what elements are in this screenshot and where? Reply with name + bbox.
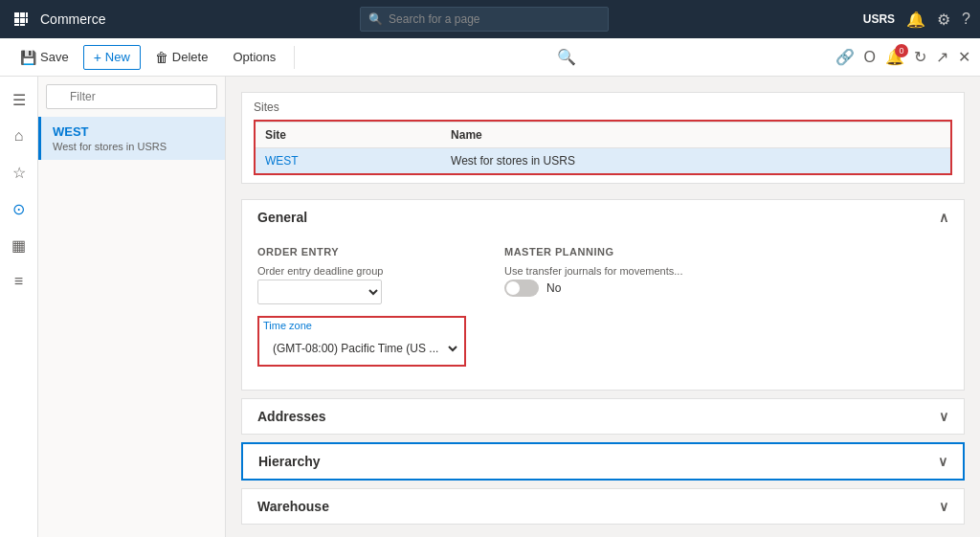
svg-rect-0	[14, 12, 19, 17]
sidebar-icons: ☰ ⌂ ☆ ⊙ ▦ ≡	[0, 77, 38, 537]
top-nav-bar: Commerce 🔍 Search for a page USRS 🔔 ⚙ ?	[0, 0, 980, 38]
addresses-header[interactable]: Addresses ∨	[242, 399, 964, 434]
addresses-chevron: ∨	[939, 409, 948, 424]
sidebar-menu-icon[interactable]: ☰	[4, 84, 34, 115]
sidebar-recent-icon[interactable]: ⊙	[4, 193, 34, 224]
time-zone-red-border: Time zone (GMT-08:00) Pacific Time (US .…	[257, 316, 466, 367]
chain-icon[interactable]: 🔗	[835, 48, 855, 66]
warehouse-label: Warehouse	[257, 499, 329, 514]
master-planning-group: Use transfer journals for movements... N…	[504, 265, 682, 297]
command-bar: 💾 Save + New 🗑 Delete Options 🔍 🔗 O 🔔 0 …	[0, 38, 980, 77]
sidebar-list-icon[interactable]: ≡	[4, 266, 34, 297]
app-title: Commerce	[40, 11, 105, 27]
time-zone-group: Time zone (GMT-08:00) Pacific Time (US .…	[257, 316, 466, 367]
svg-rect-7	[20, 24, 25, 26]
filter-input[interactable]	[46, 84, 217, 109]
toggle-row: No	[504, 280, 682, 297]
bell-icon[interactable]: 🔔	[906, 11, 925, 29]
global-search[interactable]: 🔍 Search for a page	[360, 7, 609, 32]
svg-rect-1	[20, 12, 25, 17]
site-col-header: Site	[256, 123, 441, 148]
list-panel: ⚑ WEST West for stores in USRS	[38, 77, 226, 537]
addresses-label: Addresses	[257, 409, 326, 424]
content-area: Sites Site Name WEST West for stores in …	[226, 77, 980, 537]
refresh-icon[interactable]: ↻	[914, 48, 926, 66]
name-col-header: Name	[441, 123, 950, 148]
general-label: General	[257, 210, 307, 225]
separator	[294, 46, 295, 69]
new-button[interactable]: + New	[83, 45, 141, 70]
general-content: ORDER ENTRY Order entry deadline group T…	[242, 235, 964, 390]
svg-rect-6	[14, 24, 19, 26]
notification-wrapper: 🔔 0	[885, 48, 904, 66]
warehouse-header[interactable]: Warehouse ∨	[242, 489, 964, 524]
options-button[interactable]: Options	[222, 45, 286, 69]
transfer-journals-toggle[interactable]	[504, 280, 539, 297]
general-grid: ORDER ENTRY Order entry deadline group T…	[257, 246, 948, 378]
svg-rect-3	[14, 18, 19, 23]
close-icon[interactable]: ✕	[958, 48, 970, 66]
sites-section: Sites Site Name WEST West for stores in …	[241, 92, 965, 184]
warehouse-chevron: ∨	[939, 499, 948, 514]
order-entry-select[interactable]	[257, 280, 382, 304]
sites-label: Sites	[242, 93, 964, 114]
open-in-new-icon[interactable]: ↗	[936, 48, 948, 66]
site-link[interactable]: WEST	[265, 154, 299, 168]
delete-icon: 🗑	[155, 50, 168, 65]
master-planning-col: MASTER PLANNING Use transfer journals fo…	[504, 246, 682, 378]
warehouse-section: Warehouse ∨	[241, 488, 965, 525]
order-entry-group: Order entry deadline group	[257, 265, 466, 304]
list-item-title: WEST	[53, 124, 213, 139]
addresses-section: Addresses ∨	[241, 398, 965, 435]
order-entry-heading: ORDER ENTRY	[257, 246, 466, 257]
table-row[interactable]: WEST West for stores in USRS	[256, 148, 950, 174]
save-icon: 💾	[20, 50, 36, 65]
main-layout: ☰ ⌂ ☆ ⊙ ▦ ≡ ⚑ WEST West for stores in US…	[0, 77, 980, 537]
hierarchy-label: Hierarchy	[258, 454, 321, 469]
svg-rect-4	[20, 18, 25, 23]
sidebar-home-icon[interactable]: ⌂	[4, 121, 34, 151]
svg-rect-2	[26, 12, 28, 17]
help-icon[interactable]: ?	[962, 11, 970, 28]
order-entry-col: ORDER ENTRY Order entry deadline group T…	[257, 246, 466, 378]
time-zone-select[interactable]: (GMT-08:00) Pacific Time (US ...	[263, 336, 460, 361]
cmd-search-icon[interactable]: 🔍	[557, 48, 576, 66]
search-icon: 🔍	[368, 12, 383, 26]
delete-button[interactable]: 🗑 Delete	[145, 45, 219, 70]
grid-icon[interactable]	[10, 8, 33, 31]
toggle-knob	[506, 281, 520, 295]
plus-icon: +	[94, 50, 101, 65]
filter-area: ⚑	[38, 77, 225, 117]
office-icon[interactable]: O	[864, 49, 876, 66]
toggle-state-label: No	[546, 281, 561, 295]
notification-badge: 0	[895, 44, 908, 57]
general-header[interactable]: General ∧	[242, 200, 964, 235]
hierarchy-section: Hierarchy ∨	[241, 442, 965, 481]
top-nav-right: USRS 🔔 ⚙ ?	[863, 11, 970, 29]
list-items: WEST West for stores in USRS	[38, 117, 225, 537]
transfer-journals-label: Use transfer journals for movements...	[504, 265, 682, 277]
sites-table: Site Name WEST West for stores in USRS	[256, 122, 950, 173]
list-item[interactable]: WEST West for stores in USRS	[38, 117, 225, 160]
settings-icon[interactable]: ⚙	[937, 11, 950, 29]
hierarchy-header[interactable]: Hierarchy ∨	[243, 444, 963, 479]
sidebar-workspaces-icon[interactable]: ▦	[4, 230, 34, 260]
general-chevron-up: ∧	[939, 210, 948, 225]
master-planning-heading: MASTER PLANNING	[504, 246, 682, 257]
general-section: General ∧ ORDER ENTRY Order entry deadli…	[241, 199, 965, 391]
sidebar-favorites-icon[interactable]: ☆	[4, 157, 34, 188]
site-name: West for stores in USRS	[441, 148, 950, 174]
sites-red-border: Site Name WEST West for stores in USRS	[254, 120, 952, 175]
save-button[interactable]: 💾 Save	[10, 45, 79, 70]
user-label: USRS	[863, 12, 895, 26]
svg-rect-5	[26, 18, 28, 23]
order-entry-label: Order entry deadline group	[257, 265, 466, 277]
time-zone-label: Time zone	[259, 318, 464, 331]
list-item-subtitle: West for stores in USRS	[53, 141, 213, 152]
hierarchy-chevron: ∨	[938, 454, 947, 469]
